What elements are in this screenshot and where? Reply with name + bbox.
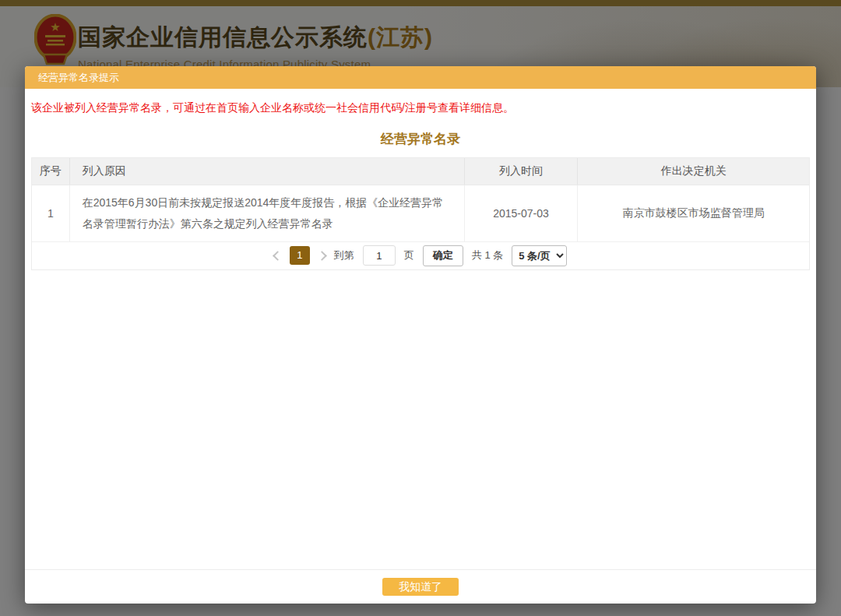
table-row: 1 在2015年6月30日前未按规定报送2014年度年度报告，根据《企业经营异常… (32, 185, 809, 241)
col-header-reason: 列入原因 (69, 158, 464, 185)
col-header-date: 列入时间 (464, 158, 578, 185)
col-header-authority: 作出决定机关 (578, 158, 809, 185)
chevron-right-icon[interactable] (317, 251, 327, 261)
acknowledge-button[interactable]: 我知道了 (382, 578, 459, 596)
goto-page-label: 到第 (334, 248, 354, 262)
chevron-left-icon[interactable] (273, 251, 283, 261)
cell-reason: 在2015年6月30日前未按规定报送2014年度年度报告，根据《企业经营异常名录… (69, 185, 464, 241)
col-header-index: 序号 (32, 158, 69, 185)
dialog-titlebar: 经营异常名录提示 (25, 66, 816, 89)
page-size-select[interactable]: 5 条/页 (512, 245, 567, 266)
abnormal-operations-dialog: 经营异常名录提示 该企业被列入经营异常名录，可通过在首页输入企业名称或统一社会信… (25, 66, 816, 604)
total-count-label: 共 1 条 (472, 248, 503, 262)
dialog-footer: 我知道了 (25, 569, 816, 604)
cell-authority: 南京市鼓楼区市场监督管理局 (578, 185, 809, 241)
section-title: 经营异常名录 (25, 130, 816, 148)
page-number-input[interactable] (363, 245, 396, 266)
table-header-row: 序号 列入原因 列入时间 作出决定机关 (32, 158, 809, 185)
abnormal-list-table: 序号 列入原因 列入时间 作出决定机关 1 在2015年6月30日前未按规定报送… (31, 157, 810, 270)
active-page-button[interactable]: 1 (290, 246, 310, 265)
warning-notice-text: 该企业被列入经营异常名录，可通过在首页输入企业名称或统一社会信用代码/注册号查看… (25, 89, 816, 115)
cell-index: 1 (32, 185, 69, 241)
pagination-bar: 1 到第 页 确定 共 1 条 5 条/页 (32, 242, 809, 269)
cell-date: 2015-07-03 (464, 185, 578, 241)
page-unit-label: 页 (404, 248, 414, 262)
confirm-page-button[interactable]: 确定 (423, 245, 463, 266)
